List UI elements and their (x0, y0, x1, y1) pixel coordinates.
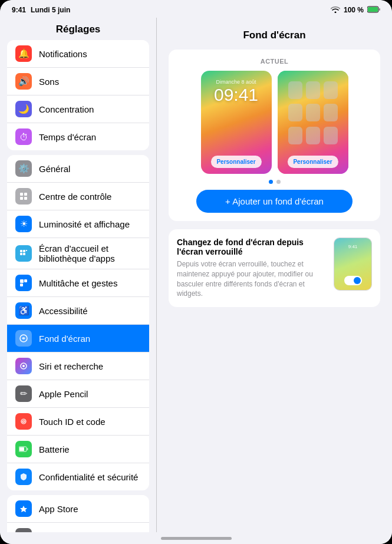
thumb-time-display: 9:41 (348, 244, 358, 249)
thumb-bg: 9:41 (334, 238, 371, 290)
touch-id-label: Touch ID et code (39, 417, 141, 427)
app-store-label: App Store (39, 504, 141, 514)
sidebar-item-siri[interactable]: Siri et recherche (7, 352, 149, 380)
home-icons (284, 77, 342, 150)
sons-label: Sons (39, 77, 141, 87)
ecran-accueil-label: Écran d'accueil et bibliothèque d'apps (39, 243, 141, 263)
thumb-toggle (344, 276, 362, 285)
svg-rect-14 (20, 283, 23, 286)
sons-icon: 🔊 (15, 73, 32, 90)
svg-rect-1 (368, 7, 378, 12)
multitache-icon (15, 275, 32, 291)
svg-rect-6 (24, 197, 27, 200)
time: 9:41 (12, 6, 26, 14)
battery-label: 100 % (344, 6, 364, 14)
svg-rect-7 (20, 250, 22, 252)
multitache-label: Multitâche et gestes (39, 278, 141, 288)
lockscreen-personaliser-btn[interactable]: Personnaliser (210, 156, 261, 168)
panel-title: Fond d'écran (169, 24, 380, 50)
sidebar-item-apple-pencil[interactable]: ✏ Apple Pencil (7, 380, 149, 408)
wifi-icon (331, 6, 340, 15)
sidebar-item-concentration[interactable]: 🌙 Concentration (7, 95, 149, 123)
batterie-label: Batterie (39, 444, 141, 454)
svg-rect-2 (379, 8, 380, 11)
sidebar-item-app-store[interactable]: App Store (7, 495, 149, 523)
home-bar (161, 537, 232, 540)
notifications-icon: 🔔 (15, 45, 32, 62)
actuel-label: ACTUEL (177, 58, 372, 65)
svg-point-20 (23, 421, 24, 422)
temps-ecran-label: Temps d'écran (39, 132, 141, 142)
sidebar-item-luminosite[interactable]: ☀ Luminosité et affichage (7, 210, 149, 238)
sidebar-item-multitache[interactable]: Multitâche et gestes (7, 269, 149, 297)
confidentialite-icon (15, 469, 32, 485)
cartes-icon (15, 528, 32, 532)
sidebar-item-sons[interactable]: 🔊 Sons (7, 68, 149, 95)
svg-rect-10 (23, 253, 25, 255)
dot-2 (276, 180, 281, 184)
notifications-label: Notifications (39, 49, 141, 59)
dots-indicator (177, 180, 372, 184)
dot-1 (269, 180, 273, 184)
sidebar-item-temps-ecran[interactable]: ⏱ Temps d'écran (7, 123, 149, 150)
svg-rect-9 (20, 253, 22, 255)
battery-icon (367, 6, 380, 15)
concentration-icon: 🌙 (15, 101, 32, 117)
sidebar-item-cartes[interactable]: Cartes et Apple Pay (7, 523, 149, 532)
sidebar-title: Réglages (0, 18, 156, 40)
info-text: Changez de fond d'écran depuis l'écran v… (177, 238, 327, 299)
sidebar-item-general[interactable]: ⚙️ Général (7, 155, 149, 183)
status-bar: 9:41 Lundi 5 juin 100 % (0, 0, 392, 18)
general-label: Général (39, 164, 141, 174)
svg-rect-12 (20, 279, 24, 283)
sidebar-item-touch-id[interactable]: Touch ID et code (7, 408, 149, 436)
sidebar-item-ecran-accueil[interactable]: Écran d'accueil et bibliothèque d'apps (7, 238, 149, 269)
svg-rect-5 (20, 197, 23, 200)
svg-rect-11 (26, 250, 27, 251)
wp-time: 09:41 (214, 85, 258, 105)
add-wallpaper-button[interactable]: + Ajouter un fond d'écran (196, 190, 353, 213)
touch-id-icon (15, 413, 32, 430)
svg-rect-4 (24, 193, 27, 196)
app-store-icon (15, 500, 32, 517)
confidentialite-label: Confidentialité et sécurité (39, 472, 141, 482)
homescreen-personaliser-btn[interactable]: Personnaliser (287, 156, 338, 168)
siri-icon (15, 358, 32, 374)
svg-rect-23 (27, 448, 28, 450)
fond-ecran-icon (15, 330, 32, 347)
fond-ecran-label: Fond d'écran (39, 334, 141, 344)
wallpaper-section: ACTUEL Dimanche 8 août 09:41 Personnalis… (169, 50, 380, 221)
siri-label: Siri et recherche (39, 361, 141, 371)
luminosite-label: Luminosité et affichage (39, 219, 141, 229)
home-indicator (0, 532, 392, 544)
svg-rect-8 (23, 250, 25, 252)
sidebar-group-1: 🔔 Notifications 🔊 Sons 🌙 Concentration ⏱… (7, 40, 149, 150)
accessibilite-label: Accessibilité (39, 306, 141, 316)
homescreen-preview[interactable]: Personnaliser (278, 71, 348, 174)
sidebar-item-centre-controle[interactable]: Centre de contrôle (7, 183, 149, 210)
ecran-accueil-icon (15, 245, 32, 262)
apple-pencil-icon: ✏ (15, 385, 32, 402)
concentration-label: Concentration (39, 104, 141, 114)
sidebar-item-batterie[interactable]: Batterie (7, 436, 149, 463)
wallpaper-previews: Dimanche 8 août 09:41 Personnaliser (177, 71, 372, 174)
wp-date: Dimanche 8 août (216, 79, 256, 85)
luminosite-icon: ☀ (15, 216, 32, 232)
sidebar-item-fond-ecran[interactable]: Fond d'écran (7, 325, 149, 352)
general-icon: ⚙️ (15, 160, 32, 177)
svg-rect-22 (19, 447, 24, 451)
apple-pencil-label: Apple Pencil (39, 389, 141, 399)
thumb-toggle-dot (354, 277, 361, 284)
date: Lundi 5 juin (31, 6, 70, 14)
sidebar: Réglages 🔔 Notifications 🔊 Sons 🌙 Concen… (0, 18, 156, 532)
sidebar-item-confidentialite[interactable]: Confidentialité et sécurité (7, 463, 149, 490)
svg-rect-3 (20, 193, 23, 196)
sidebar-group-2: ⚙️ Général Centre de contrôle (7, 155, 149, 490)
sidebar-item-notifications[interactable]: 🔔 Notifications (7, 40, 149, 68)
temps-ecran-icon: ⏱ (15, 128, 32, 145)
lockscreen-preview[interactable]: Dimanche 8 août 09:41 Personnaliser (201, 71, 272, 174)
sidebar-group-3: App Store Cartes et Apple Pay (7, 495, 149, 532)
sidebar-item-accessibilite[interactable]: ♿ Accessibilité (7, 297, 149, 325)
batterie-icon (15, 441, 32, 457)
svg-point-17 (22, 365, 25, 367)
